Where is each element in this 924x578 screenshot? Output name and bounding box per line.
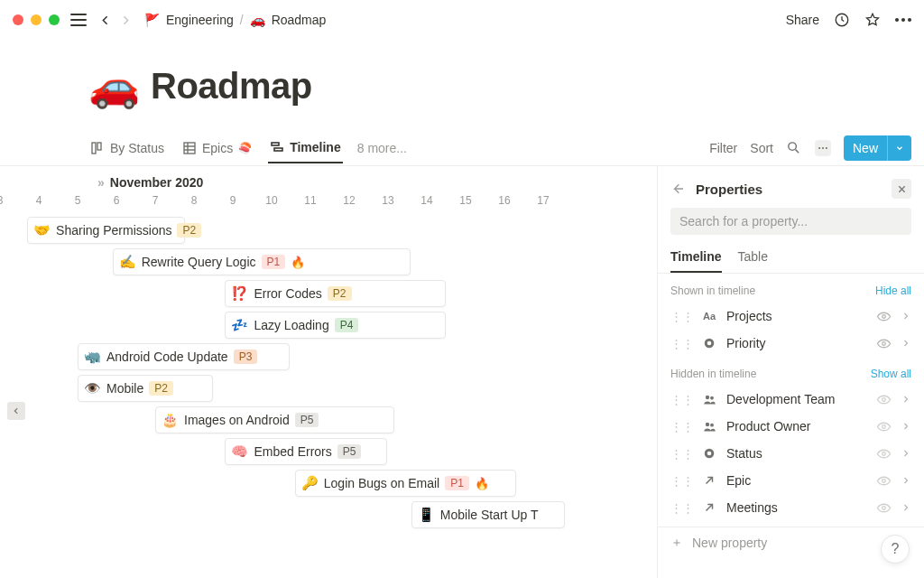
svg-point-12 — [789, 143, 797, 151]
timeline-card[interactable]: 🦏Android Code UpdateP3 — [78, 343, 290, 370]
close-window-icon[interactable] — [13, 14, 23, 25]
chevron-right-icon[interactable] — [901, 311, 911, 322]
drag-handle-icon[interactable]: ⋮⋮ — [670, 310, 694, 323]
view-tab-timeline[interactable]: Timeline — [268, 133, 343, 163]
visibility-toggle-icon[interactable] — [876, 500, 892, 516]
menu-icon[interactable] — [70, 14, 87, 26]
visibility-toggle-icon[interactable] — [876, 473, 892, 489]
property-row[interactable]: ⋮⋮AaProjects — [670, 303, 911, 330]
minimize-window-icon[interactable] — [31, 14, 42, 25]
view-more-icon[interactable] — [815, 140, 831, 156]
page-title[interactable]: Roadmap — [151, 66, 312, 107]
timeline-card[interactable]: 🧠Embed ErrorsP5 — [225, 438, 387, 465]
panel-back-icon[interactable] — [670, 182, 685, 196]
hide-all-button[interactable]: Hide all — [875, 284, 911, 297]
chevron-right-icon[interactable] — [901, 502, 911, 513]
chevron-right-icon[interactable] — [901, 394, 911, 405]
chevron-right-icon[interactable] — [901, 475, 911, 486]
property-label: Projects — [726, 309, 867, 323]
drag-handle-icon[interactable]: ⋮⋮ — [670, 447, 694, 461]
filter-button[interactable]: Filter — [709, 141, 737, 155]
timeline-card[interactable]: 🎂Images on AndroidP5 — [155, 406, 394, 434]
card-title: Sharing Permissions — [56, 223, 171, 238]
property-type-icon — [703, 474, 717, 487]
drag-handle-icon[interactable]: ⋮⋮ — [670, 393, 694, 406]
timeline-card[interactable]: ✍️Rewrite Query LogicP1🔥 — [113, 248, 411, 275]
day-label: 6 — [114, 194, 120, 207]
updates-icon[interactable] — [834, 12, 850, 28]
day-label: 13 — [382, 194, 393, 207]
visibility-toggle-icon[interactable] — [876, 336, 892, 351]
help-button[interactable]: ? — [881, 535, 910, 564]
sort-button[interactable]: Sort — [750, 141, 773, 155]
maximize-window-icon[interactable] — [49, 14, 60, 25]
card-icon: 🔑 — [301, 475, 319, 491]
timeline-card[interactable]: 💤Lazy LoadingP4 — [225, 312, 446, 339]
property-type-icon — [703, 447, 717, 460]
visibility-toggle-icon[interactable] — [876, 419, 892, 434]
svg-point-21 — [710, 396, 714, 399]
property-type-icon: Aa — [703, 311, 717, 322]
back-icon[interactable] — [97, 13, 113, 28]
timeline-card[interactable]: 🤝Sharing PermissionsP2 — [27, 217, 185, 244]
new-button[interactable]: New — [844, 135, 911, 161]
property-row[interactable]: ⋮⋮Priority — [670, 330, 911, 357]
view-tab-by-status[interactable]: By Status — [88, 134, 166, 163]
chevron-right-icon[interactable] — [901, 448, 911, 459]
timeline-card[interactable]: 👁️MobileP2 — [78, 375, 213, 402]
view-tab-epics[interactable]: Epics 🍣 — [180, 134, 254, 163]
svg-rect-5 — [97, 143, 101, 150]
show-all-button[interactable]: Show all — [871, 368, 911, 380]
share-button[interactable]: Share — [786, 13, 819, 27]
drag-handle-icon[interactable]: ⋮⋮ — [670, 337, 694, 350]
more-icon[interactable] — [895, 12, 911, 28]
panel-title: Properties — [696, 182, 881, 197]
timeline-card[interactable]: ⁉️Error CodesP2 — [225, 280, 446, 307]
panel-close-icon[interactable] — [892, 179, 911, 199]
panel-tab-table[interactable]: Table — [738, 244, 768, 273]
drag-handle-icon[interactable]: ⋮⋮ — [670, 501, 694, 515]
drag-handle-icon[interactable]: ⋮⋮ — [670, 474, 694, 488]
property-search-input[interactable] — [670, 208, 911, 235]
view-tab-suffix-icon: 🍣 — [238, 142, 252, 154]
breadcrumb-parent[interactable]: Engineering — [166, 13, 234, 27]
svg-point-27 — [707, 452, 712, 456]
page-icon[interactable]: 🚗 — [88, 61, 140, 110]
property-row[interactable]: ⋮⋮Development Team — [670, 386, 911, 413]
priority-tag: P2 — [328, 286, 352, 301]
svg-point-19 — [882, 341, 886, 345]
breadcrumb-page[interactable]: Roadmap — [272, 13, 327, 27]
visibility-toggle-icon[interactable] — [876, 392, 892, 407]
property-row[interactable]: ⋮⋮Meetings — [670, 494, 911, 521]
visibility-toggle-icon[interactable] — [876, 309, 892, 324]
timeline-card[interactable]: 🔑Login Bugs on EmailP1🔥 — [295, 470, 516, 497]
timeline-card[interactable]: 📱Mobile Start Up T — [411, 501, 565, 528]
property-label: Epic — [726, 473, 867, 488]
card-icon: 🦏 — [84, 349, 101, 365]
scroll-left-chip[interactable] — [7, 402, 25, 420]
new-property-label: New property — [692, 536, 767, 550]
property-label: Development Team — [726, 392, 867, 406]
card-title: Embed Errors — [254, 444, 331, 459]
forward-icon[interactable] — [118, 13, 134, 28]
chevron-right-icon[interactable] — [901, 338, 911, 349]
property-row[interactable]: ⋮⋮Status — [670, 440, 911, 467]
property-row[interactable]: ⋮⋮Product Owner — [670, 413, 911, 440]
new-button-label: New — [844, 141, 887, 155]
favorite-icon[interactable] — [864, 12, 881, 28]
svg-rect-6 — [184, 143, 195, 154]
new-button-dropdown[interactable] — [887, 135, 911, 161]
property-type-icon — [703, 393, 717, 406]
drag-handle-icon[interactable]: ⋮⋮ — [670, 420, 694, 434]
properties-panel: Properties Timeline Table Shown in timel… — [657, 166, 924, 578]
month-expand-icon[interactable]: » — [97, 175, 105, 190]
day-label: 14 — [420, 194, 432, 207]
views-row: By Status Epics 🍣 Timeline 8 more... Fil… — [0, 130, 924, 166]
svg-point-23 — [706, 422, 709, 425]
property-row[interactable]: ⋮⋮Epic — [670, 467, 911, 494]
views-more[interactable]: 8 more... — [357, 141, 407, 155]
search-icon[interactable] — [786, 140, 802, 156]
visibility-toggle-icon[interactable] — [876, 446, 892, 461]
panel-tab-timeline[interactable]: Timeline — [670, 244, 722, 273]
chevron-right-icon[interactable] — [901, 421, 911, 432]
